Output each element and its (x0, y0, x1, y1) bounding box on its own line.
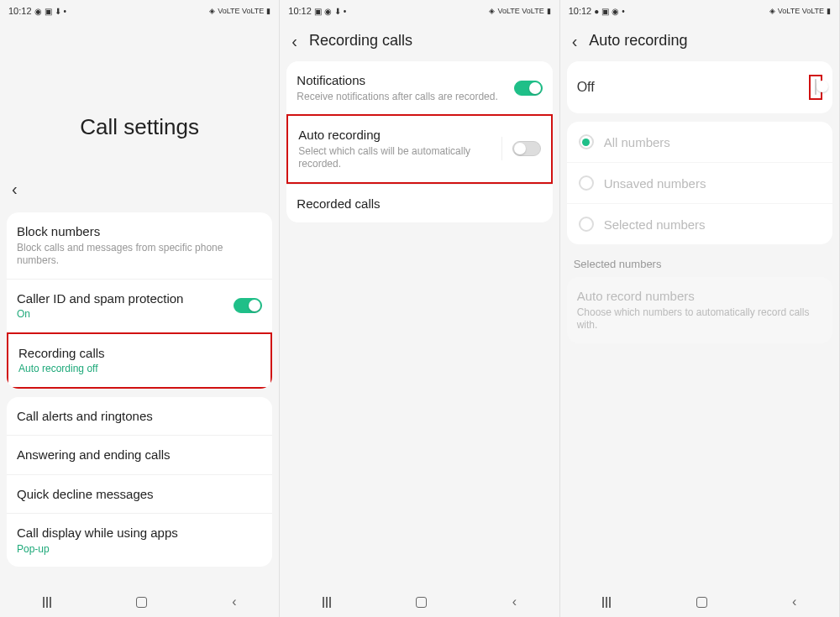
radio-label: Selected numbers (604, 217, 706, 232)
volte-icons: VoLTE VoLTE (218, 7, 264, 15)
radio-all-numbers[interactable]: All numbers (567, 122, 832, 162)
back-arrow-icon[interactable]: ‹ (291, 33, 297, 50)
bulb-icon: ● (594, 7, 599, 16)
status-bar: 10:12 ● ▣ ◉ • ◈ VoLTE VoLTE ▮ (560, 0, 839, 22)
status-time: 10:12 (8, 6, 32, 16)
battery-icon: ▮ (266, 7, 270, 15)
status-time: 10:12 (569, 6, 592, 16)
download-icon: ⬇ (334, 7, 341, 16)
nav-recent-button[interactable] (602, 597, 611, 608)
more-icon: • (622, 7, 625, 16)
screen-auto-recording: 10:12 ● ▣ ◉ • ◈ VoLTE VoLTE ▮ ‹ Auto rec… (560, 0, 840, 617)
notifications-toggle[interactable] (514, 81, 543, 96)
row-title: Auto recording (298, 127, 494, 144)
caller-id-toggle[interactable] (234, 298, 262, 313)
row-title: Call display while using apps (17, 525, 262, 541)
row-title: Caller ID and spam protection (17, 290, 227, 307)
row-notifications[interactable]: Notifications Receive notifications afte… (286, 61, 552, 114)
radio-icon[interactable] (579, 175, 594, 191)
row-title: Recorded calls (297, 196, 542, 212)
row-title: Answering and ending calls (17, 447, 262, 463)
radio-group: All numbers Unsaved numbers Selected num… (567, 122, 832, 244)
notification-icon: ◉ (324, 7, 332, 16)
auto-recording-toggle[interactable] (512, 141, 541, 156)
row-auto-record-numbers[interactable]: Auto record numbers Choose which numbers… (567, 277, 832, 343)
nav-home-button[interactable] (136, 597, 147, 608)
nav-back-button[interactable]: ‹ (232, 594, 236, 609)
radio-icon[interactable] (579, 217, 594, 232)
status-bar: 10:12 ◉ ▣ ⬇ • ◈ VoLTE VoLTE ▮ (0, 0, 279, 22)
radio-label: All numbers (604, 135, 670, 149)
battery-icon: ▮ (827, 7, 831, 15)
auto-record-numbers-card: Auto record numbers Choose which numbers… (567, 277, 832, 343)
row-title: Quick decline messages (17, 486, 262, 503)
radio-icon[interactable] (579, 134, 594, 149)
volte-icons: VoLTE VoLTE (497, 7, 543, 15)
row-auto-recording[interactable]: Auto recording Select which calls will b… (286, 114, 552, 184)
wifi-icon: ◈ (769, 7, 775, 15)
row-title: Recording calls (18, 345, 260, 362)
row-sub: Select which calls will be automatically… (298, 145, 494, 171)
nav-recent-button[interactable] (43, 597, 51, 608)
notification-icon: ◉ (34, 7, 42, 16)
row-answering[interactable]: Answering and ending calls (7, 435, 272, 474)
screen-call-settings: 10:12 ◉ ▣ ⬇ • ◈ VoLTE VoLTE ▮ Call setti… (0, 0, 280, 617)
nav-back-button[interactable]: ‹ (792, 594, 796, 609)
settings-group-2: Call alerts and ringtones Answering and … (7, 397, 272, 567)
row-recorded-calls[interactable]: Recorded calls (286, 184, 552, 223)
image-icon: ▣ (45, 7, 52, 16)
highlight-box (809, 75, 822, 100)
nav-recent-button[interactable] (323, 597, 331, 608)
row-recording-calls[interactable]: Recording calls Auto recording off (7, 332, 272, 389)
image-icon: ▣ (601, 7, 609, 16)
row-sub: Auto recording off (18, 363, 260, 376)
master-toggle[interactable] (815, 79, 816, 95)
divider (501, 137, 502, 160)
row-caller-id[interactable]: Caller ID and spam protection On (7, 279, 272, 332)
nav-back-button[interactable]: ‹ (512, 594, 517, 609)
radio-unsaved-numbers[interactable]: Unsaved numbers (567, 162, 832, 203)
row-call-display[interactable]: Call display while using apps Pop-up (7, 513, 272, 567)
settings-group-1: Block numbers Block calls and messages f… (7, 212, 272, 389)
row-title: Block numbers (17, 223, 262, 240)
header-title: Recording calls (309, 32, 412, 50)
nav-bar: ‹ (280, 587, 559, 617)
row-quick-decline[interactable]: Quick decline messages (7, 474, 272, 514)
recording-group: Notifications Receive notifications afte… (286, 61, 552, 222)
download-icon: ⬇ (55, 7, 61, 16)
row-sub: Block calls and messages from specific p… (17, 242, 262, 268)
wifi-icon: ◈ (489, 7, 495, 15)
page-title: Call settings (0, 22, 279, 174)
row-sub: Receive notifications after calls are re… (297, 91, 507, 104)
nav-bar: ‹ (0, 587, 279, 617)
nav-bar: ‹ (560, 587, 839, 617)
status-bar: 10:12 ▣ ◉ ⬇ • ◈ VoLTE VoLTE ▮ (280, 0, 559, 22)
row-block-numbers[interactable]: Block numbers Block calls and messages f… (7, 212, 272, 279)
status-time: 10:12 (288, 6, 312, 16)
radio-label: Unsaved numbers (604, 176, 706, 191)
image-icon: ▣ (314, 7, 322, 16)
more-icon: • (64, 7, 67, 16)
battery-icon: ▮ (547, 7, 551, 15)
wifi-icon: ◈ (209, 7, 215, 15)
back-arrow-icon[interactable]: ‹ (12, 180, 18, 197)
nav-home-button[interactable] (416, 597, 427, 608)
row-sub: Pop-up (17, 543, 262, 557)
back-arrow-icon[interactable]: ‹ (572, 33, 578, 50)
screen-recording-calls: 10:12 ▣ ◉ ⬇ • ◈ VoLTE VoLTE ▮ ‹ Recordin… (280, 0, 559, 617)
more-icon: • (344, 7, 347, 16)
header-title: Auto recording (589, 32, 687, 50)
volte-icons: VoLTE VoLTE (778, 7, 824, 15)
row-title: Notifications (297, 72, 507, 89)
nav-home-button[interactable] (696, 597, 707, 608)
radio-selected-numbers[interactable]: Selected numbers (567, 203, 832, 244)
master-toggle-row[interactable]: Off (567, 61, 832, 113)
row-sub: Choose which numbers to automatically re… (577, 306, 822, 332)
row-title: Call alerts and ringtones (17, 408, 262, 425)
master-toggle-label: Off (577, 80, 595, 95)
row-title: Auto record numbers (577, 288, 822, 305)
notification-icon: ◉ (612, 7, 619, 16)
row-call-alerts[interactable]: Call alerts and ringtones (7, 397, 272, 436)
row-sub: On (17, 308, 227, 322)
section-label: Selected numbers (560, 253, 839, 277)
